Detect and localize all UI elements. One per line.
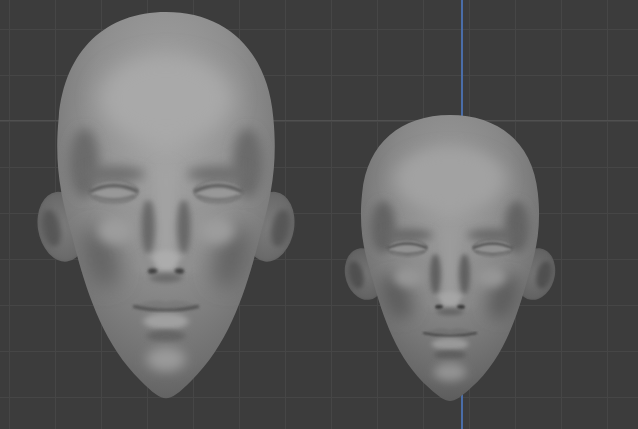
viewport-canvas[interactable] [0, 0, 638, 429]
head-model-left[interactable] [33, 12, 300, 398]
viewport-3d[interactable] [0, 0, 638, 429]
head-model-right[interactable] [341, 115, 559, 401]
